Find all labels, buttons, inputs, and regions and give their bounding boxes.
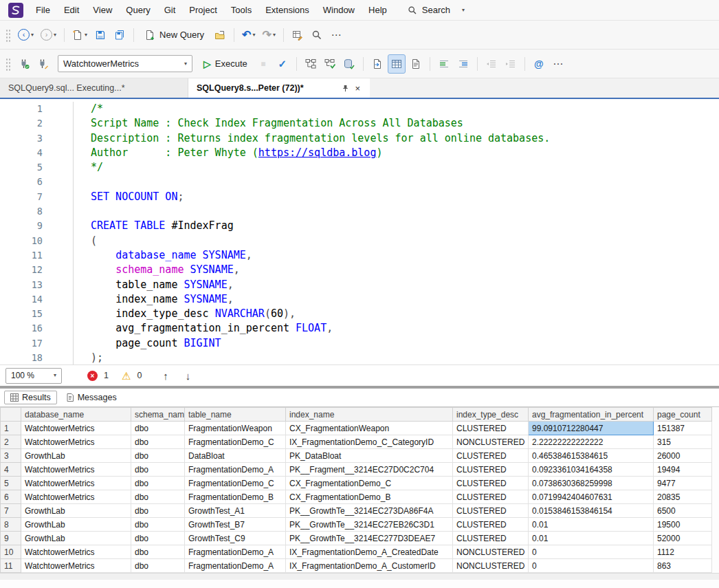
- grid-cell[interactable]: NONCLUSTERED: [453, 545, 529, 559]
- code-line[interactable]: 12 schema_name SYSNAME,: [0, 263, 719, 277]
- grid-cell[interactable]: 0: [529, 545, 654, 559]
- line-number[interactable]: 17: [0, 336, 43, 351]
- save-all-button[interactable]: [111, 25, 129, 45]
- grid-cell[interactable]: GrowthLab: [21, 449, 131, 463]
- grid-cell[interactable]: IX_FragmentationDemo_A_CustomerID: [286, 559, 453, 573]
- grid-cell[interactable]: PK__Fragment__3214EC27D0C2C704: [286, 463, 453, 477]
- change-connection-button[interactable]: [34, 54, 52, 74]
- results-to-grid-button[interactable]: [388, 54, 406, 74]
- grid-cell[interactable]: CLUSTERED: [453, 490, 529, 504]
- next-error-button[interactable]: ↓: [180, 371, 197, 381]
- row-number[interactable]: 7: [1, 504, 21, 518]
- grid-cell[interactable]: WatchtowerMetrics: [21, 559, 131, 573]
- code-line[interactable]: 16 avg_fragmentation_in_percent FLOAT,: [0, 321, 719, 336]
- grid-cell[interactable]: 1112: [654, 545, 712, 559]
- grid-cell[interactable]: NONCLUSTERED: [453, 435, 529, 449]
- grid-cell[interactable]: 20835: [654, 490, 712, 504]
- grid-cell[interactable]: GrowthTest_B7: [185, 518, 286, 532]
- grid-cell[interactable]: FragmentationDemo_A: [185, 463, 286, 477]
- grid-cell[interactable]: WatchtowerMetrics: [21, 463, 131, 477]
- query-designer-button[interactable]: [289, 25, 307, 45]
- grid-cell[interactable]: 99.0910712280447: [529, 422, 654, 435]
- toolbar-grip[interactable]: [5, 28, 10, 42]
- code-editor[interactable]: 1/*2Script Name : Check Index Fragmentat…: [0, 99, 719, 364]
- grid-cell[interactable]: 2.22222222222222: [529, 435, 654, 449]
- comment-selection-button[interactable]: [435, 54, 453, 74]
- grid-cell[interactable]: PK_DataBloat: [286, 449, 453, 463]
- line-number[interactable]: 1: [0, 102, 43, 116]
- column-header-table_name[interactable]: table_name: [185, 408, 286, 422]
- previous-error-button[interactable]: ↑: [157, 371, 174, 381]
- execute-button[interactable]: ▷ Execute: [198, 54, 253, 74]
- grid-cell[interactable]: CLUSTERED: [453, 532, 529, 545]
- grid-cell[interactable]: CLUSTERED: [453, 463, 529, 477]
- close-tab-icon[interactable]: ×: [353, 84, 362, 93]
- error-icon[interactable]: ×: [87, 371, 98, 381]
- grid-cell[interactable]: 315: [654, 435, 712, 449]
- grid-cell[interactable]: 19494: [654, 463, 712, 477]
- grid-cell[interactable]: dbo: [131, 477, 185, 490]
- code-line[interactable]: 1/*: [0, 102, 719, 116]
- grid-cell[interactable]: dbo: [131, 504, 185, 518]
- grid-cell[interactable]: 0.0153846153846154: [529, 504, 654, 518]
- code-line[interactable]: 4Author : Peter Whyte (https://sqldba.bl…: [0, 146, 719, 160]
- line-number[interactable]: 5: [0, 160, 43, 175]
- find-in-files-button[interactable]: [308, 25, 326, 45]
- grid-cell[interactable]: CLUSTERED: [453, 422, 529, 435]
- line-number[interactable]: 8: [0, 204, 43, 219]
- new-query-button[interactable]: New Query: [139, 25, 210, 45]
- grid-cell[interactable]: 0.0719942404607631: [529, 490, 654, 504]
- grid-cell[interactable]: NONCLUSTERED: [453, 559, 529, 573]
- row-number[interactable]: 8: [1, 518, 21, 532]
- grid-cell[interactable]: 0.01: [529, 532, 654, 545]
- save-button[interactable]: [91, 25, 109, 45]
- toolbar-grip[interactable]: [5, 57, 10, 71]
- include-live-statistics-button[interactable]: [340, 54, 358, 74]
- row-number[interactable]: 1: [1, 422, 21, 435]
- decrease-indent-button[interactable]: [483, 54, 500, 74]
- grid-cell[interactable]: 0.01: [529, 518, 654, 532]
- code-line[interactable]: 5*/: [0, 160, 719, 175]
- line-number[interactable]: 11: [0, 248, 43, 263]
- grid-cell[interactable]: dbo: [131, 449, 185, 463]
- code-line[interactable]: 2Script Name : Check Index Fragmentation…: [0, 116, 719, 131]
- grid-cell[interactable]: FragmentationDemo_B: [185, 490, 286, 504]
- code-line[interactable]: 17 page_count BIGINT: [0, 336, 719, 351]
- row-number[interactable]: 9: [1, 532, 21, 545]
- grid-cell[interactable]: FragmentationWeapon: [185, 422, 286, 435]
- menu-item-project[interactable]: Project: [182, 0, 223, 20]
- line-number[interactable]: 4: [0, 146, 43, 160]
- grid-cell[interactable]: CX_FragmentationDemo_B: [286, 490, 453, 504]
- grid-cell[interactable]: GrowthLab: [21, 518, 131, 532]
- line-number[interactable]: 12: [0, 263, 43, 277]
- grid-cell[interactable]: dbo: [131, 532, 185, 545]
- grid-cell[interactable]: 0.0923361034164358: [529, 463, 654, 477]
- row-number[interactable]: 2: [1, 435, 21, 449]
- line-number[interactable]: 13: [0, 278, 43, 292]
- tab-results[interactable]: Results: [4, 391, 57, 404]
- menu-item-edit[interactable]: Edit: [57, 0, 86, 20]
- template-parameters-button[interactable]: @: [530, 54, 548, 74]
- grid-cell[interactable]: 863: [654, 559, 712, 573]
- grid-cell[interactable]: 52000: [654, 532, 712, 545]
- grid-cell[interactable]: 151387: [654, 422, 712, 435]
- line-number[interactable]: 3: [0, 131, 43, 146]
- grid-cell[interactable]: WatchtowerMetrics: [21, 435, 131, 449]
- code-line[interactable]: 15 index_type_desc NVARCHAR(60),: [0, 307, 719, 321]
- uncomment-selection-button[interactable]: [454, 54, 472, 74]
- grid-cell[interactable]: FragmentationDemo_C: [185, 435, 286, 449]
- grid-cell[interactable]: 0.0738630368259998: [529, 477, 654, 490]
- horizontal-scrollbar[interactable]: [0, 573, 719, 580]
- line-number[interactable]: 10: [0, 234, 43, 248]
- line-number[interactable]: 15: [0, 307, 43, 321]
- code-line[interactable]: 3Description : Returns index fragmentati…: [0, 131, 719, 146]
- grid-cell[interactable]: IX_FragmentationDemo_A_CreatedDate: [286, 545, 453, 559]
- grid-cell[interactable]: dbo: [131, 463, 185, 477]
- navigate-back-button[interactable]: ‹ ▾: [15, 25, 36, 45]
- menu-item-tools[interactable]: Tools: [224, 0, 258, 20]
- tab-sqlquery8[interactable]: SQLQuery8.s...Peter (72))* ×: [188, 78, 370, 98]
- zoom-dropdown[interactable]: 100 % ▾: [5, 368, 62, 384]
- database-dropdown[interactable]: WatchtowerMetrics ▾: [58, 55, 192, 72]
- row-number[interactable]: 11: [1, 559, 21, 573]
- grid-cell[interactable]: CLUSTERED: [453, 504, 529, 518]
